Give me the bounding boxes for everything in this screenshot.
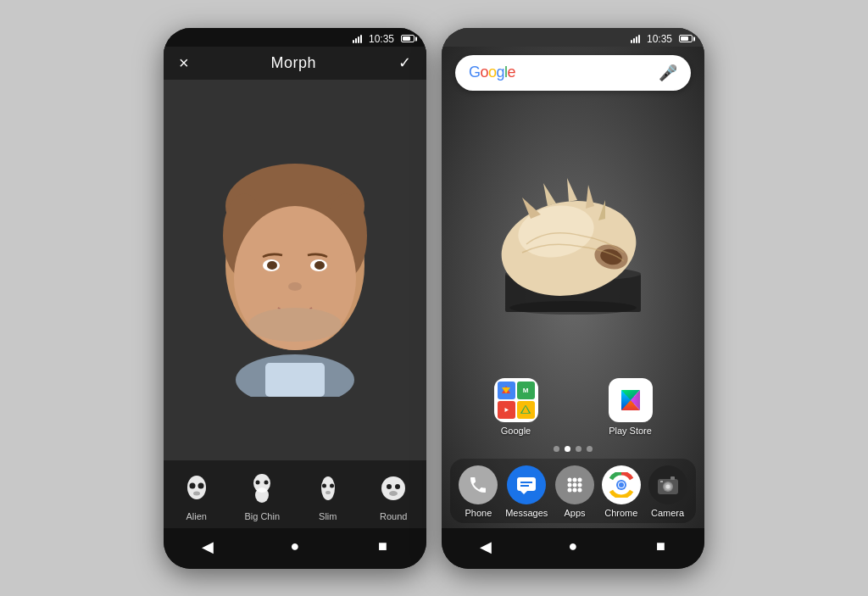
svg-point-40 xyxy=(509,301,637,315)
morph-options: Alien Big Chin xyxy=(164,460,426,528)
page-dot-2[interactable] xyxy=(565,446,570,452)
youtube-sub-icon xyxy=(498,401,515,419)
alien-icon xyxy=(179,471,214,506)
google-logo: Google xyxy=(469,64,515,81)
android-signal-icon xyxy=(631,35,640,43)
svg-marker-52 xyxy=(520,491,527,494)
status-bar-android: 10:35 xyxy=(442,28,704,47)
svg-marker-34 xyxy=(543,183,556,206)
android-screen: Google 🎤 xyxy=(442,47,704,528)
phone-dock-icon xyxy=(459,465,498,504)
home-button[interactable]: ● xyxy=(278,537,312,557)
svg-point-19 xyxy=(256,480,260,484)
svg-point-57 xyxy=(578,477,582,482)
svg-point-58 xyxy=(568,482,572,487)
messages-dock-app[interactable]: Messages xyxy=(505,465,548,518)
android-back-button[interactable]: ◀ xyxy=(469,537,503,557)
svg-point-27 xyxy=(395,484,400,489)
page-dot-1[interactable] xyxy=(554,446,559,452)
android-status-icons: 10:35 xyxy=(631,33,693,45)
phone-morph: 10:35 × Morph ✓ xyxy=(164,28,426,569)
camera-dock-icon xyxy=(648,465,687,504)
round-label: Round xyxy=(380,511,407,521)
app-dock: Phone Messages xyxy=(450,459,696,523)
svg-rect-73 xyxy=(660,481,663,482)
play-store-app[interactable]: Play Store xyxy=(609,378,653,436)
slim-label: Slim xyxy=(319,511,337,521)
svg-point-10 xyxy=(288,282,302,291)
svg-rect-12 xyxy=(265,363,325,397)
close-button[interactable]: × xyxy=(179,53,189,73)
play-store-icon xyxy=(609,378,653,422)
phone-android: 10:35 Google 🎤 xyxy=(442,28,704,569)
svg-point-67 xyxy=(619,482,624,487)
google-search-bar[interactable]: Google 🎤 xyxy=(455,55,691,91)
status-time: 10:35 xyxy=(369,33,394,45)
svg-point-22 xyxy=(322,483,326,487)
confirm-button[interactable]: ✓ xyxy=(398,53,411,72)
gmail-sub-icon: M xyxy=(517,382,535,399)
apps-dock-icon xyxy=(555,465,594,504)
round-icon xyxy=(376,471,411,506)
page-dot-3[interactable] xyxy=(576,446,581,452)
messages-dock-icon xyxy=(507,465,546,504)
morph-header: × Morph ✓ xyxy=(164,47,426,80)
morph-face-area xyxy=(164,80,426,460)
android-status-time: 10:35 xyxy=(647,33,672,45)
svg-marker-36 xyxy=(586,185,594,209)
svg-point-25 xyxy=(381,476,405,500)
svg-point-21 xyxy=(321,476,335,500)
svg-point-23 xyxy=(330,483,334,487)
page-dots xyxy=(442,443,704,455)
android-home-button[interactable]: ● xyxy=(556,537,590,557)
morph-option-round[interactable]: Round xyxy=(376,471,411,521)
recent-button[interactable]: ■ xyxy=(365,537,399,557)
signal-icon xyxy=(353,35,362,43)
svg-point-18 xyxy=(255,487,269,503)
apps-row: M xyxy=(442,378,704,443)
svg-point-62 xyxy=(573,487,577,492)
svg-point-59 xyxy=(573,482,577,487)
android-recent-button[interactable]: ■ xyxy=(643,537,677,557)
svg-rect-51 xyxy=(517,477,536,491)
morph-option-big-chin[interactable]: Big Chin xyxy=(244,471,280,521)
play-store-label: Play Store xyxy=(609,426,652,436)
svg-point-9 xyxy=(314,261,325,270)
morph-option-alien[interactable]: Alien xyxy=(179,471,214,521)
slim-icon xyxy=(310,471,346,506)
mic-icon[interactable]: 🎤 xyxy=(659,64,677,82)
shell-object xyxy=(480,159,666,316)
chrome-dock-app[interactable]: Chrome xyxy=(602,465,641,518)
android-battery-icon xyxy=(679,35,693,42)
shell-area xyxy=(442,97,704,378)
svg-point-16 xyxy=(193,491,200,495)
svg-point-61 xyxy=(568,487,572,492)
svg-point-71 xyxy=(665,484,670,488)
phone-dock-app[interactable]: Phone xyxy=(459,465,498,518)
bottom-nav-android: ◀ ● ■ xyxy=(442,528,704,569)
battery-icon xyxy=(401,35,415,42)
svg-point-63 xyxy=(578,487,582,492)
bottom-nav-morph: ◀ ● ■ xyxy=(164,528,426,569)
page-dot-4[interactable] xyxy=(587,446,593,452)
google-app[interactable]: M xyxy=(494,378,538,436)
morph-screen: × Morph ✓ xyxy=(164,47,426,528)
svg-point-56 xyxy=(573,477,577,482)
morph-option-slim[interactable]: Slim xyxy=(310,471,346,521)
apps-dock-app[interactable]: Apps xyxy=(555,465,594,518)
face-preview xyxy=(202,142,388,397)
camera-dock-app[interactable]: Camera xyxy=(648,465,687,518)
alien-label: Alien xyxy=(186,511,207,521)
svg-point-15 xyxy=(198,482,203,488)
chrome-dock-icon xyxy=(602,465,641,504)
back-button[interactable]: ◀ xyxy=(191,537,225,557)
status-bar-morph: 10:35 xyxy=(164,28,426,47)
svg-point-14 xyxy=(189,482,195,488)
svg-point-24 xyxy=(326,491,331,494)
svg-point-20 xyxy=(264,480,269,484)
android-content: Google 🎤 xyxy=(442,47,704,528)
svg-marker-35 xyxy=(567,178,577,202)
morph-title: Morph xyxy=(271,54,317,72)
apps-dock-label: Apps xyxy=(565,508,586,518)
svg-point-26 xyxy=(387,484,392,489)
